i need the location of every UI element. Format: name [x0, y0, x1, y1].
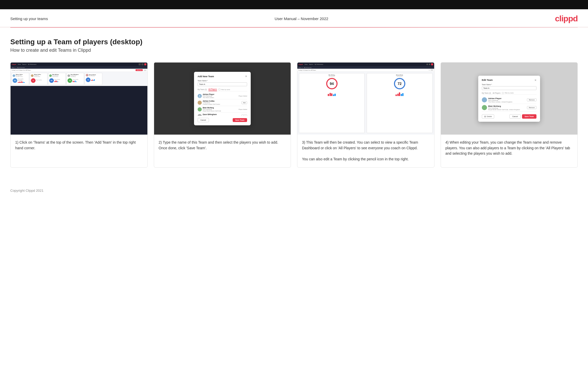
cancel-button[interactable]: Cancel: [198, 118, 209, 122]
dialog2-mockup: Add New Team ✕ Team Name * Team A My Tea…: [154, 63, 291, 135]
player-added-label: Player Added: [239, 109, 247, 110]
footer: Copyright Clippd 2021: [0, 185, 588, 197]
header-doc-title: User Manual – November 2022: [275, 16, 328, 21]
svg-point-1: [199, 97, 200, 97]
dialog2-close-icon[interactable]: ✕: [245, 75, 247, 78]
card-1: clippd Home Teams ▾ My Performance: [10, 62, 148, 168]
card-2-text: 2) Type the name of this Team and then s…: [154, 135, 291, 167]
screen1-logo: clippd: [12, 64, 16, 65]
card-4-text: 4) When editing your Team, you can chang…: [441, 135, 578, 167]
dialog4-close-icon[interactable]: ✕: [534, 79, 536, 82]
dialog4-title: Edit Team: [482, 79, 493, 81]
screen1-mockup: clippd Home Teams ▾ My Performance: [11, 63, 147, 135]
screenshot-2: Add New Team ✕ Team Name * Team A My Tea…: [154, 63, 291, 135]
card-3-description: 3) This Team will then be created. You c…: [302, 140, 430, 162]
list-item: Adrian Coliba 1 Handicap Central London …: [198, 99, 247, 106]
card-1-text: 1) Click on 'Teams' at the top of the sc…: [11, 135, 147, 167]
tab-my-team[interactable]: My Team (2): [198, 88, 207, 91]
page-subtitle: How to create and edit Teams in Clippd: [10, 48, 578, 53]
svg-point-0: [199, 95, 200, 96]
edit-player-list: Adrian Player Plus Handicap The Shire Lo…: [482, 96, 536, 112]
dialog2-team-name-input[interactable]: Team A: [198, 82, 247, 86]
save-team-button[interactable]: Save Team: [522, 114, 536, 119]
main-content: Setting up a Team of players (desktop) H…: [0, 28, 588, 185]
page-title: Setting up a Team of players (desktop): [10, 38, 578, 46]
list-item: Dave Billingham 5.9 Handicap The Ding Ma…: [198, 113, 247, 116]
card-4: Edit Team ✕ Team Name * Team A My Team (…: [441, 62, 578, 168]
top-bar: [0, 0, 588, 9]
dialog4-team-name-input[interactable]: Team A: [482, 86, 536, 90]
dialog2-footer: Cancel Save Team: [198, 118, 247, 122]
header-section-label: Setting up your teams: [10, 16, 48, 21]
tab-all-players[interactable]: All Players: [208, 88, 217, 91]
add-player-button[interactable]: Add: [241, 115, 247, 116]
screenshot-4: Edit Team ✕ Team Name * Team A My Team (…: [441, 63, 578, 135]
tab4-my-team[interactable]: My Team (2): [482, 92, 491, 94]
list-item: Blair McHarg Plus Handicap Royal North D…: [198, 106, 247, 113]
save-team-button[interactable]: Save Team: [233, 118, 247, 122]
copyright-text: Copyright Clippd 2021: [10, 189, 44, 193]
remove-player-button[interactable]: Remove: [527, 98, 536, 101]
dialog2-tabs: My Team (2) All Players Filter by name: [198, 88, 247, 91]
edit-team-dialog: Edit Team ✕ Team Name * Team A My Team (…: [478, 76, 540, 122]
card-3-text: 3) This Team will then be created. You c…: [297, 135, 434, 167]
filter4-label: Filter by name: [505, 92, 514, 94]
list-item: Adrian Player Plus Handicap The Shire Lo…: [198, 93, 247, 99]
player-added-label: Player Added: [239, 95, 247, 97]
card-1-description: 1) Click on 'Teams' at the top of the sc…: [15, 140, 143, 151]
dialog4-label: Team Name *: [482, 84, 536, 85]
screenshot-1: clippd Home Teams ▾ My Performance: [11, 63, 147, 135]
dialog4-footer: 🗑 Delete Cancel Save Team: [482, 114, 536, 119]
cancel-button[interactable]: Cancel: [509, 114, 521, 119]
tab4-all-players[interactable]: All Players: [493, 92, 501, 94]
screenshot-3: clippd HomeTeams ▾My Performance Teams▸M…: [297, 63, 434, 135]
cards-row: clippd Home Teams ▾ My Performance: [10, 62, 578, 168]
card-2-description: 2) Type the name of this Team and then s…: [159, 140, 286, 151]
filter-label: Filter by name: [221, 89, 230, 90]
clippd-logo: clippd: [555, 14, 578, 23]
card-3: clippd HomeTeams ▾My Performance Teams▸M…: [297, 62, 434, 168]
header: Setting up your teams User Manual – Nove…: [0, 9, 588, 27]
player-list: Adrian Player Plus Handicap The Shire Lo…: [198, 93, 247, 116]
remove-player-button[interactable]: Remove: [527, 106, 536, 109]
delete-button[interactable]: 🗑 Delete: [482, 114, 494, 119]
card-2: Add New Team ✕ Team Name * Team A My Tea…: [154, 62, 291, 168]
dialog2-title: Add New Team: [198, 75, 214, 78]
add-player-button[interactable]: Add: [241, 101, 247, 104]
trash-icon: 🗑: [484, 116, 486, 117]
card-4-description: 4) When editing your Team, you can chang…: [446, 140, 573, 156]
dialog2-label: Team Name *: [198, 80, 247, 82]
add-team-dialog: Add New Team ✕ Team Name * Team A My Tea…: [194, 72, 251, 125]
screen1-nav: Home Teams ▾ My Performance: [18, 64, 37, 65]
